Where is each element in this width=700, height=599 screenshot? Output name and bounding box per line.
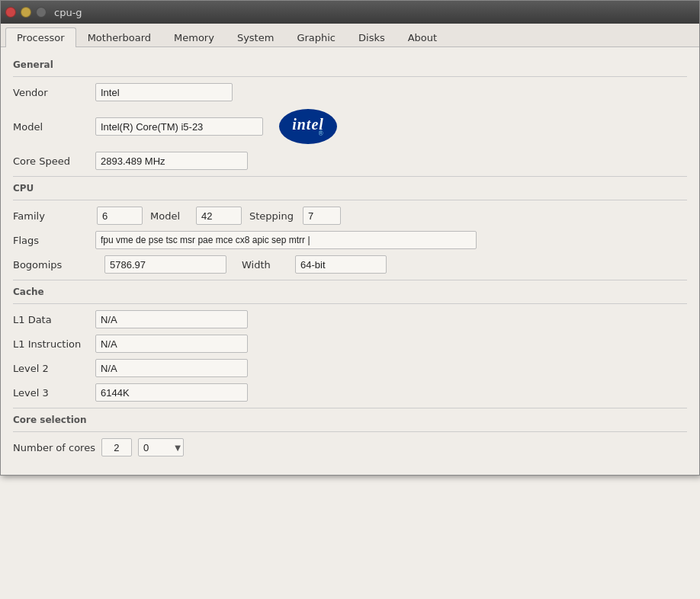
cache-divider bbox=[13, 280, 687, 280]
model-row: Model intel ® bbox=[13, 107, 687, 146]
l1data-row: L1 Data bbox=[13, 310, 687, 328]
l1instruction-row: L1 Instruction bbox=[13, 335, 687, 353]
core-dropdown[interactable]: 0 1 bbox=[138, 438, 184, 456]
l1data-label: L1 Data bbox=[13, 314, 89, 325]
stepping-input[interactable] bbox=[303, 207, 341, 225]
minimize-button[interactable] bbox=[21, 7, 31, 18]
cpu-family-row: Family Model Stepping bbox=[13, 207, 687, 225]
tab-memory[interactable]: Memory bbox=[162, 27, 226, 47]
level3-label: Level 3 bbox=[13, 387, 89, 399]
core-speed-input[interactable] bbox=[95, 152, 248, 170]
cpu-section-title: CPU bbox=[13, 183, 687, 194]
core-sel-divider2 bbox=[13, 431, 687, 432]
model-input[interactable] bbox=[95, 117, 263, 136]
flags-input[interactable] bbox=[95, 231, 477, 249]
vendor-input[interactable] bbox=[95, 83, 233, 101]
main-content: General Vendor Model intel ® Core Speed bbox=[1, 47, 699, 475]
num-cores-input[interactable] bbox=[101, 438, 132, 456]
family-label: Family bbox=[13, 210, 89, 222]
close-button[interactable] bbox=[5, 7, 16, 18]
app-window: cpu-g Processor Motherboard Memory Syste… bbox=[0, 0, 700, 476]
cpu-model-input[interactable] bbox=[196, 207, 242, 225]
vendor-label: Vendor bbox=[13, 87, 89, 98]
general-divider bbox=[13, 76, 687, 77]
num-cores-row: Number of cores 0 1 ▼ bbox=[13, 438, 687, 456]
tab-graphic[interactable]: Graphic bbox=[285, 27, 347, 47]
level2-input[interactable] bbox=[95, 359, 248, 377]
core-speed-label: Core Speed bbox=[13, 155, 89, 167]
cpu-model-label: Model bbox=[150, 210, 188, 222]
level3-row: Level 3 bbox=[13, 383, 687, 402]
titlebar: cpu-g bbox=[1, 1, 699, 24]
l1instruction-label: L1 Instruction bbox=[13, 338, 89, 350]
num-cores-label: Number of cores bbox=[13, 442, 95, 453]
tab-processor[interactable]: Processor bbox=[5, 27, 76, 47]
bogomips-label: Bogomips bbox=[13, 259, 89, 271]
cpu-divider bbox=[13, 176, 687, 177]
level2-label: Level 2 bbox=[13, 363, 89, 374]
level2-row: Level 2 bbox=[13, 359, 687, 377]
cache-divider2 bbox=[13, 303, 687, 304]
flags-label: Flags bbox=[13, 235, 89, 246]
cpu-divider2 bbox=[13, 200, 687, 200]
bogomips-input[interactable] bbox=[104, 255, 226, 274]
tab-disks[interactable]: Disks bbox=[347, 27, 397, 47]
core-selection-title: Core selection bbox=[13, 415, 687, 425]
l1data-input[interactable] bbox=[95, 310, 248, 328]
width-label: Width bbox=[242, 259, 280, 271]
tab-bar: Processor Motherboard Memory System Grap… bbox=[1, 24, 699, 47]
family-input[interactable] bbox=[97, 207, 143, 225]
general-section-title: General bbox=[13, 59, 687, 70]
flags-row: Flags bbox=[13, 231, 687, 249]
tab-about[interactable]: About bbox=[397, 27, 448, 47]
intel-logo: intel ® bbox=[277, 107, 339, 146]
window-title: cpu-g bbox=[54, 7, 82, 18]
l1instruction-input[interactable] bbox=[95, 335, 248, 353]
core-dropdown-wrapper: 0 1 ▼ bbox=[138, 438, 184, 456]
tab-system[interactable]: System bbox=[226, 27, 285, 47]
stepping-label: Stepping bbox=[249, 210, 295, 222]
model-label: Model bbox=[13, 121, 89, 133]
bogomips-row: Bogomips Width bbox=[13, 255, 687, 274]
maximize-button[interactable] bbox=[36, 7, 47, 18]
vendor-row: Vendor bbox=[13, 83, 687, 101]
tab-motherboard[interactable]: Motherboard bbox=[76, 27, 162, 47]
core-speed-row: Core Speed bbox=[13, 152, 687, 170]
width-input[interactable] bbox=[295, 255, 387, 274]
level3-input[interactable] bbox=[95, 383, 248, 402]
cache-section-title: Cache bbox=[13, 287, 687, 297]
core-sel-divider bbox=[13, 408, 687, 408]
